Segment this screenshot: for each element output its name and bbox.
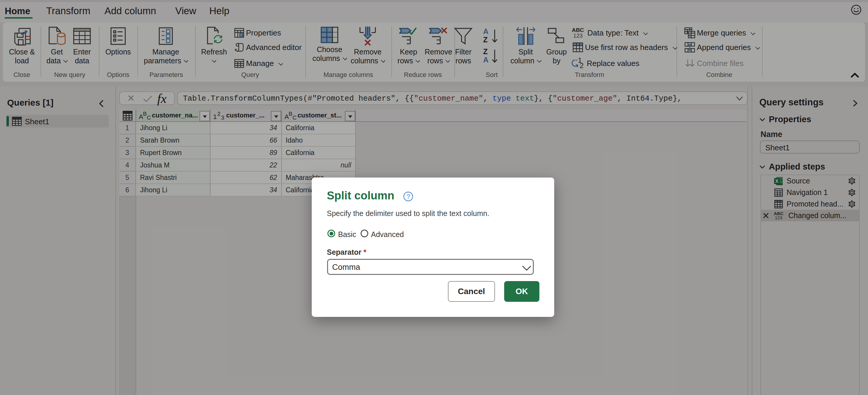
svg-text:?: ? xyxy=(406,193,410,200)
